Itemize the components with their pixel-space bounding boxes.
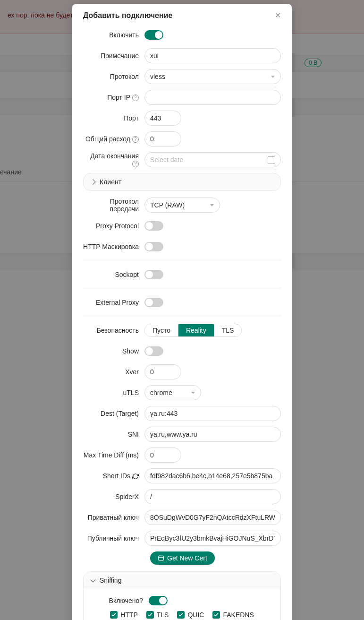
http-checkbox[interactable]: HTTP	[110, 611, 138, 619]
max-time-diff-input[interactable]	[144, 448, 181, 463]
chevron-right-icon	[90, 180, 95, 185]
port-label: Порт	[83, 114, 144, 122]
security-tls-button[interactable]: TLS	[214, 324, 242, 336]
sni-label: SNI	[83, 431, 144, 438]
quic-checkbox[interactable]: QUIC	[177, 611, 204, 619]
expiry-datepicker[interactable]: Select date	[144, 152, 281, 167]
modal-body: Включить Примечание Протокол vless Порт …	[72, 27, 292, 620]
total-flow-label: Общий расход?	[83, 135, 144, 143]
sniffing-protocols: HTTP TLS QUIC FAKEDNS	[91, 611, 273, 619]
remark-input[interactable]	[144, 48, 281, 63]
help-icon[interactable]: ?	[139, 597, 143, 604]
get-cert-button[interactable]: Get New Cert	[150, 551, 215, 565]
dest-input[interactable]	[144, 406, 281, 421]
sniffing-collapse[interactable]: Sniffing	[84, 572, 280, 589]
modal-header: Добавить подключение ✕	[72, 4, 292, 27]
dest-label: Dest (Target)	[83, 410, 144, 417]
modal-title: Добавить подключение	[83, 11, 172, 20]
svg-rect-0	[159, 556, 164, 560]
help-icon[interactable]: ?	[132, 161, 139, 167]
total-flow-input[interactable]	[144, 131, 181, 146]
divider	[83, 316, 281, 316]
help-icon[interactable]: ?	[132, 136, 139, 143]
check-icon	[214, 613, 219, 617]
sniffing-enabled-label: Включено?	[91, 597, 149, 604]
transport-value: TCP (RAW)	[150, 201, 185, 209]
utls-select[interactable]: chrome	[144, 385, 201, 400]
enable-switch[interactable]	[144, 30, 163, 40]
cert-icon	[158, 555, 164, 561]
enable-label: Включить	[83, 31, 144, 39]
sockopt-switch[interactable]	[144, 270, 163, 279]
http-masking-switch[interactable]	[144, 242, 163, 251]
short-ids-input[interactable]	[144, 468, 281, 483]
xver-label: Xver	[83, 368, 144, 376]
expiry-placeholder: Select date	[150, 156, 183, 164]
expiry-label: Дата окончания?	[83, 152, 144, 167]
fakedns-checkbox[interactable]: FAKEDNS	[212, 611, 254, 619]
spiderx-label: SpiderX	[83, 493, 144, 500]
port-ip-input[interactable]	[144, 90, 281, 105]
protocol-select[interactable]: vless	[144, 69, 281, 84]
add-connection-modal: Добавить подключение ✕ Включить Примечан…	[72, 4, 292, 620]
sniffing-body: Включено? HTTP TLS QUIC FAKEDNS Metadata…	[84, 589, 280, 620]
security-radio-group: Пусто Reality TLS	[144, 324, 242, 337]
divider	[83, 288, 281, 288]
public-key-input[interactable]	[144, 531, 281, 546]
transport-label: Протокол передачи	[83, 198, 144, 213]
divider	[83, 260, 281, 260]
port-input[interactable]	[144, 111, 181, 126]
chevron-down-icon	[90, 577, 95, 582]
protocol-label: Протокол	[83, 73, 144, 80]
sniffing-enabled-switch[interactable]	[149, 596, 168, 605]
private-key-label: Приватный ключ	[83, 514, 144, 521]
sockopt-label: Sockopt	[83, 271, 144, 278]
security-none-button[interactable]: Пусто	[145, 324, 178, 336]
proxy-protocol-switch[interactable]	[144, 221, 163, 231]
security-label: Безопасность	[83, 327, 144, 334]
protocol-value: vless	[150, 73, 165, 80]
short-ids-label: Short IDs	[83, 472, 144, 480]
public-key-label: Публичный ключ	[83, 534, 144, 542]
check-icon	[111, 613, 116, 617]
tls-checkbox[interactable]: TLS	[146, 611, 169, 619]
http-masking-label: HTTP Маскировка	[83, 243, 144, 250]
max-time-diff-label: Max Time Diff (ms)	[83, 451, 144, 459]
show-switch[interactable]	[144, 346, 163, 356]
utls-label: uTLS	[83, 389, 144, 396]
get-cert-label: Get New Cert	[167, 554, 207, 562]
utls-value: chrome	[150, 389, 172, 396]
sni-input[interactable]	[144, 427, 281, 442]
show-label: Show	[83, 347, 144, 355]
close-icon[interactable]: ✕	[275, 12, 281, 19]
transport-select[interactable]: TCP (RAW)	[144, 198, 220, 213]
refresh-icon[interactable]	[132, 473, 139, 480]
client-collapse[interactable]: Клиент	[83, 173, 281, 191]
remark-label: Примечание	[83, 52, 144, 60]
private-key-input[interactable]	[144, 510, 281, 525]
check-icon	[178, 613, 183, 617]
external-proxy-switch[interactable]	[144, 298, 163, 307]
sniffing-label: Sniffing	[100, 577, 121, 584]
xver-input[interactable]	[144, 364, 181, 379]
sniffing-panel: Sniffing Включено? HTTP TLS QUIC FAKEDNS…	[83, 571, 281, 620]
help-icon[interactable]: ?	[132, 95, 139, 101]
proxy-protocol-label: Proxy Protocol	[83, 222, 144, 230]
check-icon	[148, 613, 152, 617]
port-ip-label: Порт IP?	[83, 94, 144, 101]
external-proxy-label: External Proxy	[83, 299, 144, 306]
spiderx-input[interactable]	[144, 489, 281, 504]
security-reality-button[interactable]: Reality	[178, 324, 214, 336]
client-label: Клиент	[100, 178, 121, 186]
